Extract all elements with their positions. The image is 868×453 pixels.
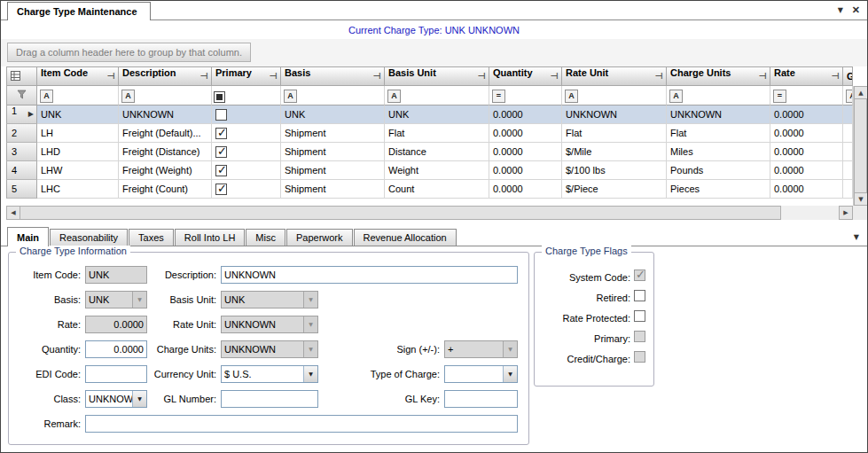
cell-rate-unit[interactable]: UNKNOWN	[562, 105, 667, 124]
tab-reasonability[interactable]: Reasonability	[50, 229, 128, 246]
horizontal-scroll-track[interactable]	[781, 206, 839, 220]
filter-cell-rate-unit[interactable]: A	[562, 86, 667, 105]
filter-pin-icon[interactable]: ⊣	[832, 67, 840, 85]
cell-basis-unit[interactable]: UNK	[385, 105, 489, 124]
cell-basis[interactable]: UNK	[281, 105, 385, 124]
primary-checkbox[interactable]	[215, 165, 227, 176]
equals-filter-icon[interactable]: =	[773, 90, 786, 103]
row-indicator[interactable]: 2	[6, 124, 37, 143]
cell-charge-units[interactable]: Miles	[667, 143, 770, 161]
scroll-down-button[interactable]: ▼	[854, 192, 868, 206]
column-header-rate[interactable]: ⊣Rate	[770, 66, 843, 86]
filter-cell-item-code[interactable]: A	[37, 86, 119, 105]
grid-row-lh[interactable]: 2 LH Freight (Default)... Shipment Flat …	[6, 124, 853, 143]
row-indicator[interactable]: 5	[6, 180, 37, 199]
cell-description[interactable]: UNKNOWN	[119, 105, 212, 124]
grid-row-lhc[interactable]: 5 LHC Freight (Count) Shipment Count 0.0…	[6, 180, 853, 199]
text-filter-icon[interactable]: A	[846, 90, 853, 103]
cell-quantity[interactable]: 0.0000	[489, 105, 562, 124]
tab-main[interactable]: Main	[7, 227, 49, 246]
tab-misc[interactable]: Misc	[246, 229, 285, 246]
text-filter-icon[interactable]: A	[121, 90, 135, 103]
tab-roll-into-lh[interactable]: Roll Into LH	[175, 229, 245, 246]
rate-protected-checkbox[interactable]	[634, 310, 645, 322]
scroll-up-button[interactable]: ▲	[854, 86, 868, 99]
tab-paperwork[interactable]: Paperwork	[286, 229, 353, 246]
cell-description[interactable]: Freight (Distance)	[119, 143, 212, 161]
currency-unit-combo[interactable]: $ U.S. ▼	[221, 365, 318, 383]
text-filter-icon[interactable]: A	[284, 90, 297, 103]
cell-description[interactable]: Freight (Default)...	[119, 124, 212, 143]
column-header-description[interactable]: ⊣Description	[119, 66, 212, 86]
type-of-charge-combo[interactable]: ▼	[444, 365, 518, 383]
filter-pin-icon[interactable]: ⊣	[200, 67, 208, 85]
close-icon[interactable]: ✕	[852, 4, 860, 16]
filter-pin-icon[interactable]: ⊣	[759, 67, 767, 85]
filter-pin-icon[interactable]: ⊣	[270, 67, 278, 85]
column-header-basis-unit[interactable]: ⊣Basis Unit	[385, 66, 489, 86]
checkbox-filter-icon[interactable]	[214, 91, 225, 103]
tab-overflow-chevron-icon[interactable]: ▼	[854, 233, 859, 241]
column-header-primary[interactable]: ⊣Primary	[212, 66, 281, 86]
cell-primary[interactable]	[212, 143, 281, 161]
clear-filter-cell[interactable]	[6, 86, 37, 105]
equals-filter-icon[interactable]: =	[492, 90, 505, 103]
cell-basis[interactable]: Shipment	[281, 161, 385, 180]
cell-item-code[interactable]: LH	[37, 124, 119, 143]
cell-rate-unit[interactable]: Flat	[562, 124, 667, 143]
cell-charge-units[interactable]: Flat	[667, 124, 770, 143]
cell-g-partial[interactable]	[843, 124, 853, 143]
filter-cell-basis-unit[interactable]: A	[385, 86, 489, 105]
cell-rate[interactable]: 0.0000	[770, 105, 843, 124]
chevron-down-icon[interactable]: ▼	[838, 6, 843, 14]
cell-rate[interactable]: 0.0000	[770, 161, 843, 180]
scroll-right-button[interactable]: ▶	[839, 206, 853, 220]
cell-g-partial[interactable]	[843, 143, 853, 161]
primary-checkbox[interactable]	[215, 128, 227, 139]
gl-number-field[interactable]	[221, 390, 318, 408]
gl-key-field[interactable]	[444, 390, 518, 408]
column-header-quantity[interactable]: ⊣Quantity	[489, 66, 562, 86]
cell-g-partial[interactable]	[843, 180, 853, 199]
cell-basis[interactable]: Shipment	[281, 180, 385, 199]
cell-basis[interactable]: Shipment	[281, 124, 385, 143]
row-indicator[interactable]: 4	[6, 161, 37, 180]
cell-quantity[interactable]: 0.0000	[489, 124, 562, 143]
grid-row-lhd[interactable]: 3 LHD Freight (Distance) Shipment Distan…	[6, 143, 853, 161]
group-by-hint[interactable]: Drag a column header here to group by th…	[7, 43, 251, 62]
cell-description[interactable]: Freight (Weight)	[119, 161, 212, 180]
cell-item-code[interactable]: LHC	[37, 180, 119, 199]
column-header-charge-units[interactable]: ⊣Charge Units	[667, 66, 770, 86]
column-header-basis[interactable]: ⊣Basis	[281, 66, 385, 86]
filter-pin-icon[interactable]: ⊣	[551, 67, 559, 85]
cell-item-code[interactable]: LHD	[37, 143, 119, 161]
cell-rate[interactable]: 0.0000	[770, 180, 843, 199]
text-filter-icon[interactable]: A	[565, 90, 578, 103]
cell-charge-units[interactable]: Pieces	[667, 180, 770, 199]
cell-rate-unit[interactable]: $/100 lbs	[562, 161, 667, 180]
cell-rate[interactable]: 0.0000	[770, 143, 843, 161]
cell-quantity[interactable]: 0.0000	[489, 180, 562, 199]
filter-pin-icon[interactable]: ⊣	[107, 67, 115, 85]
scroll-left-button[interactable]: ◀	[6, 206, 20, 220]
text-filter-icon[interactable]: A	[40, 90, 53, 103]
grid-row-lhw[interactable]: 4 LHW Freight (Weight) Shipment Weight 0…	[6, 161, 853, 180]
filter-pin-icon[interactable]: ⊣	[655, 67, 663, 85]
filter-cell-basis[interactable]: A	[281, 86, 385, 105]
remark-field[interactable]	[85, 415, 518, 433]
cell-basis-unit[interactable]: Flat	[385, 124, 489, 143]
grid-row-unk[interactable]: 1▶ UNK UNKNOWN UNK UNK 0.0000 UNKNOWN UN…	[6, 105, 853, 124]
vertical-scroll-thumb[interactable]	[854, 99, 867, 192]
cell-primary[interactable]	[212, 105, 281, 124]
filter-pin-icon[interactable]: ⊣	[373, 67, 381, 85]
grid-corner-button[interactable]	[6, 66, 37, 86]
grid-vertical-scrollbar[interactable]: ▲ ▼	[853, 86, 867, 206]
filter-cell-g-partial[interactable]: A	[843, 86, 853, 105]
tab-taxes[interactable]: Taxes	[129, 229, 174, 246]
cell-primary[interactable]	[212, 180, 281, 199]
filter-cell-primary[interactable]	[212, 86, 281, 105]
cell-quantity[interactable]: 0.0000	[489, 143, 562, 161]
document-tab-charge-type-maintenance[interactable]: Charge Type Maintenance	[7, 2, 151, 20]
cell-primary[interactable]	[212, 161, 281, 180]
cell-basis-unit[interactable]: Count	[385, 180, 489, 199]
